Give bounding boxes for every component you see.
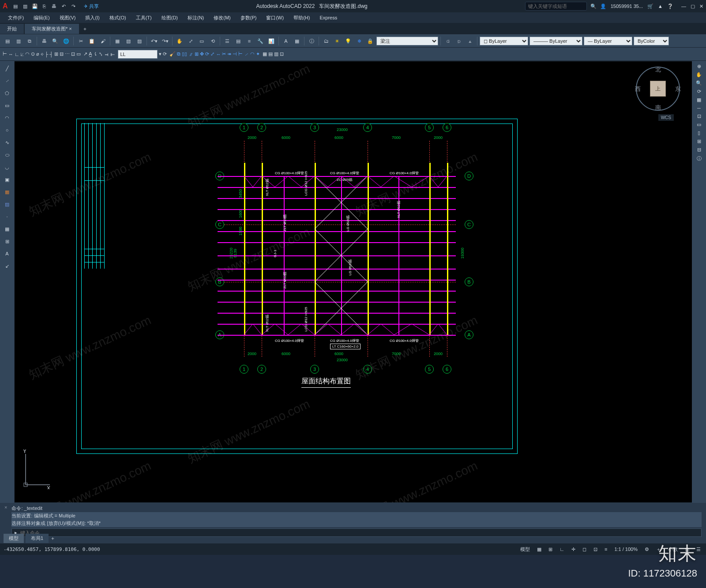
- dim-icon-13[interactable]: ⋯: [65, 51, 70, 57]
- icon-pan[interactable]: ✋: [175, 36, 184, 46]
- qat-undo-icon[interactable]: ↶: [60, 2, 68, 10]
- nav-orbit-icon[interactable]: ⟳: [697, 89, 701, 94]
- nav-zoom-icon[interactable]: 🔍: [696, 80, 702, 86]
- nav-showmotion-icon[interactable]: ▦: [697, 97, 701, 103]
- icon-cut[interactable]: ✂: [76, 36, 86, 46]
- icon-dc[interactable]: 📊: [267, 36, 276, 46]
- dim-icon-11[interactable]: ⊞: [54, 51, 58, 57]
- tool-ellipse-icon[interactable]: ⬭: [2, 150, 12, 160]
- icon-text-a[interactable]: A: [281, 36, 291, 46]
- menu-view[interactable]: 视图(V): [55, 13, 80, 22]
- lineweight-select[interactable]: — ByLayer: [584, 37, 632, 45]
- status-lwt-icon[interactable]: ≡: [603, 546, 609, 553]
- icon-layer2[interactable]: ▤: [233, 36, 243, 46]
- mod-array[interactable]: ⊞: [195, 51, 199, 57]
- icon-print[interactable]: 🖶: [39, 36, 49, 46]
- menu-edit[interactable]: 编辑(E): [29, 13, 54, 22]
- mod-join[interactable]: ⊢: [238, 51, 243, 57]
- command-input[interactable]: [20, 530, 698, 536]
- icon-new[interactable]: ▤: [3, 36, 12, 46]
- mod-stretch[interactable]: ↔: [216, 52, 221, 57]
- status-zoom-in-icon[interactable]: ＋: [654, 545, 663, 554]
- help-search-input[interactable]: [525, 2, 587, 11]
- maximize-icon[interactable]: ▢: [691, 4, 695, 9]
- mod-fillet[interactable]: ◠: [250, 51, 255, 57]
- user-label[interactable]: 15059991 35...: [611, 4, 643, 9]
- layout-add-icon[interactable]: ＋: [50, 535, 55, 542]
- tool-region-icon[interactable]: ▦: [2, 224, 12, 234]
- nav-left-icon[interactable]: ▯: [698, 130, 700, 136]
- tool-circle-icon[interactable]: ○: [2, 125, 12, 135]
- qat-save-icon[interactable]: 💾: [31, 2, 39, 10]
- icon-block3[interactable]: ▨: [135, 36, 144, 46]
- user-icon[interactable]: 👤: [600, 4, 606, 9]
- icon-block2[interactable]: ▧: [124, 36, 133, 46]
- tool-table-icon[interactable]: ⊞: [2, 236, 12, 246]
- tool-line-icon[interactable]: ╱: [2, 64, 12, 73]
- icon-match[interactable]: 🖌: [98, 36, 108, 46]
- dim-icon-14[interactable]: ⊡: [71, 51, 75, 57]
- viewcube-east[interactable]: 东: [675, 85, 681, 93]
- tool-arc-icon[interactable]: ◠: [2, 113, 12, 123]
- qat-plot-icon[interactable]: 🖶: [50, 2, 58, 10]
- icon-ls2[interactable]: ⟄: [454, 36, 464, 46]
- icon-info[interactable]: ⓘ: [307, 36, 316, 46]
- icon-layer1[interactable]: ☰: [222, 36, 232, 46]
- filter-select[interactable]: 梁注: [376, 37, 438, 45]
- nav-render-icon[interactable]: ⊟: [697, 147, 701, 153]
- dim-icon-9[interactable]: ├: [45, 52, 49, 57]
- bycolor-select[interactable]: ByColor: [634, 37, 669, 45]
- status-dyn-icon[interactable]: ⊡: [592, 546, 599, 553]
- status-snap-icon[interactable]: ⊞: [547, 546, 554, 553]
- mod-copy[interactable]: ⧉: [177, 51, 180, 57]
- tool-polygon-icon[interactable]: ⬠: [2, 88, 12, 98]
- linetype-select[interactable]: ——— ByLayer: [530, 37, 582, 45]
- status-scale[interactable]: 1:1 / 100%: [612, 546, 639, 553]
- tab-start[interactable]: 开始: [0, 24, 24, 34]
- dim-icon-12[interactable]: ⊟: [60, 51, 64, 57]
- mod-scale[interactable]: ⤢: [210, 51, 214, 57]
- tool-pline-icon[interactable]: ⟋: [2, 76, 12, 86]
- tool-ellipse-arc-icon[interactable]: ◡: [2, 162, 12, 172]
- icon-ls1[interactable]: ⟃: [443, 36, 453, 46]
- mod-erase[interactable]: 🧹: [169, 51, 176, 57]
- mod-icon-5[interactable]: ⫤: [104, 52, 109, 57]
- icon-layer-mgr[interactable]: 🗂: [321, 36, 331, 46]
- mod-icon-4[interactable]: ⤣: [99, 51, 103, 57]
- tool-mleader-icon[interactable]: ↙: [2, 261, 12, 271]
- menu-parametric[interactable]: 参数(P): [236, 13, 261, 22]
- icon-table[interactable]: ▦: [292, 36, 302, 46]
- tool-point-icon[interactable]: ·: [2, 212, 12, 221]
- icon-preview[interactable]: 🔍: [50, 36, 60, 46]
- lock-icon[interactable]: 🔒: [365, 36, 375, 46]
- icon-ls3[interactable]: ⟁: [465, 36, 475, 46]
- menu-express[interactable]: Express: [315, 14, 342, 22]
- nav-2d-icon[interactable]: ⊞: [697, 139, 701, 144]
- grp-icon-1[interactable]: ▦: [263, 51, 267, 57]
- sun-icon[interactable]: ☀: [332, 36, 342, 46]
- tool-block-icon[interactable]: ▣: [2, 175, 12, 184]
- menu-draw[interactable]: 绘图(D): [157, 13, 182, 22]
- dim-icon-8[interactable]: ⟡: [41, 51, 44, 57]
- qat-open-icon[interactable]: ▥: [21, 2, 29, 10]
- mod-icon-2[interactable]: A̲: [89, 51, 92, 57]
- grp-icon-3[interactable]: ▥: [274, 51, 278, 57]
- dim-style-input[interactable]: [118, 50, 158, 59]
- dim-icon-15[interactable]: ▭: [76, 51, 81, 57]
- tab-close-icon[interactable]: ×: [69, 26, 71, 31]
- close-icon[interactable]: ✕: [699, 4, 703, 9]
- mod-icon-3[interactable]: ⤹: [94, 51, 98, 57]
- mod-icon-1[interactable]: ↗: [83, 51, 87, 57]
- dim-icon-6[interactable]: ⊙: [31, 51, 35, 57]
- color-select[interactable]: ◻ ByLayer: [480, 37, 528, 45]
- icon-props[interactable]: ≡: [244, 36, 254, 46]
- icon-paste[interactable]: 📋: [87, 36, 97, 46]
- search-icon[interactable]: 🔍: [590, 4, 597, 9]
- mod-trim[interactable]: ✂: [222, 51, 226, 57]
- dim-icon-10[interactable]: ┤: [50, 52, 53, 57]
- icon-find[interactable]: 🌐: [61, 36, 71, 46]
- tool-mtext-icon[interactable]: A: [2, 249, 12, 258]
- nav-steering-icon[interactable]: ⊕: [697, 64, 701, 69]
- icon-block1[interactable]: ▦: [113, 36, 122, 46]
- status-customize-icon[interactable]: ☰: [695, 546, 702, 553]
